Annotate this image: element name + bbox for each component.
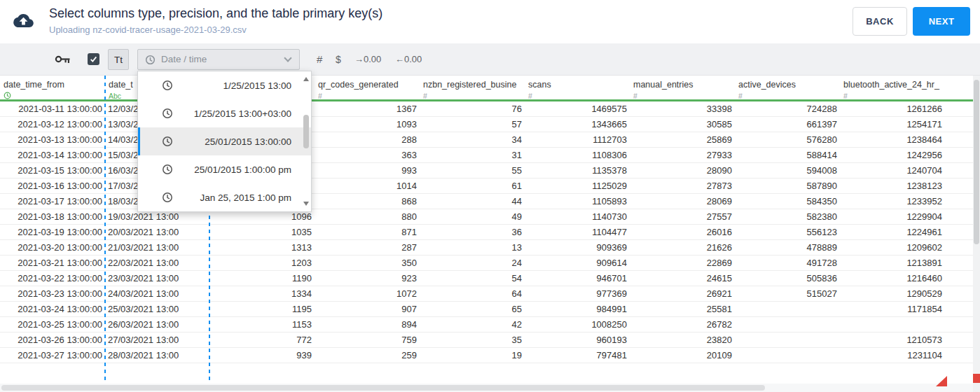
format-menu-list: 1/25/2015 13:00 1/25/2015 13:00+03:00 25… (138, 71, 311, 211)
cell: 24 (420, 255, 525, 270)
cell: 24/03/2021 13:00 (105, 286, 209, 301)
column-name: scans (528, 80, 627, 90)
cell: 287 (315, 240, 420, 255)
vertical-scrollbar-thumb[interactable] (974, 80, 979, 244)
menu-scrollbar[interactable] (302, 73, 310, 210)
column-name: active_devices (738, 80, 837, 90)
cell: 2021-03-25 13:00:00 (0, 317, 105, 332)
column-header[interactable]: qr_codes_generated # (315, 76, 420, 99)
cell: 1343665 (525, 117, 630, 132)
cell: 1190 (209, 271, 315, 286)
cell: 26016 (630, 225, 735, 239)
cell: 27933 (630, 148, 735, 162)
cell: 2021-03-20 13:00:00 (0, 240, 105, 255)
increase-precision-button[interactable]: →0.00 (352, 43, 384, 75)
format-option[interactable]: 1/25/2015 13:00+03:00 (138, 99, 311, 127)
format-option[interactable]: 25/01/2015 1:00:00 pm (138, 155, 311, 183)
back-button[interactable]: BACK (853, 7, 907, 36)
cell: 1238464 (840, 132, 945, 147)
table-row: 2021-03-19 13:00:0020/03/2021 13:0010358… (0, 225, 973, 240)
next-button[interactable]: NEXT (913, 7, 970, 36)
cell: 26/03/2021 13:00 (105, 317, 209, 332)
datetime-format-menu: 1/25/2015 13:00 1/25/2015 13:00+03:00 25… (137, 71, 312, 212)
cell: 960193 (525, 332, 630, 347)
cell: 20/03/2021 13:00 (105, 225, 209, 239)
cell: 27873 (630, 178, 735, 193)
format-option-label: 1/25/2015 13:00 (223, 80, 291, 91)
table-row: 2021-03-26 13:00:0027/03/2021 13:0077275… (0, 332, 973, 348)
cell: 1290529 (840, 286, 945, 301)
cell: 61 (420, 178, 525, 193)
clock-icon (162, 136, 173, 150)
cell: 894 (315, 317, 420, 332)
clock-icon (145, 55, 156, 68)
datetime-type-dropdown[interactable]: Date / time (137, 49, 300, 70)
menu-scrollbar-thumb[interactable] (303, 115, 309, 148)
datetime-type-value: Date / time (161, 50, 207, 69)
format-option[interactable]: Jan 25, 2015 1:00 pm (138, 183, 311, 211)
column-name: date_time_from (4, 80, 102, 90)
cell: 909614 (525, 255, 630, 270)
cell: 871 (315, 225, 420, 239)
cell: 49 (420, 209, 525, 224)
cell: 588414 (735, 148, 840, 162)
table-row: 2021-03-22 13:00:0023/03/2021 13:0011909… (0, 271, 973, 286)
text-type-button[interactable]: Tt (108, 49, 129, 70)
clock-icon (162, 80, 173, 94)
cell: 65 (420, 302, 525, 316)
format-option[interactable]: 1/25/2015 13:00 (138, 71, 311, 99)
scroll-down-arrow-icon[interactable] (303, 202, 309, 206)
column-header[interactable]: date_time_from (0, 76, 105, 99)
column-type-indicator (4, 92, 102, 99)
cell: 1108306 (525, 148, 630, 162)
vertical-scrollbar[interactable] (973, 76, 980, 392)
cell: 2021-03-18 13:00:00 (0, 209, 105, 224)
cell: 587890 (735, 178, 840, 193)
cell: 1231104 (840, 348, 945, 363)
page-title: Select columns type, precision, and the … (49, 6, 382, 21)
include-column-checkbox[interactable] (88, 53, 99, 65)
cell: 2021-03-26 13:00:00 (0, 332, 105, 347)
format-option-label: 25/01/2015 1:00:00 pm (194, 164, 291, 175)
cell: 30585 (630, 117, 735, 132)
column-header[interactable]: bluetooth_active_24_hr_ # (840, 76, 945, 99)
cell: 1093 (315, 117, 420, 132)
cell: 26921 (630, 286, 735, 301)
scroll-error-marker (973, 374, 980, 383)
number-type-button[interactable]: # (314, 43, 325, 75)
column-header[interactable]: scans # (525, 76, 630, 99)
cell: 19 (420, 348, 525, 363)
cell: 505836 (735, 271, 840, 286)
scroll-up-arrow-icon[interactable] (303, 77, 309, 81)
cell: 1209602 (840, 240, 945, 255)
format-option[interactable]: 25/01/2015 13:00:00 (138, 127, 311, 155)
cell: 1171854 (840, 302, 945, 316)
cell: 1254171 (840, 117, 945, 132)
cell: 880 (315, 209, 420, 224)
horizontal-scrollbar-thumb[interactable] (1, 385, 765, 391)
corner-warning-marker (936, 376, 947, 386)
cell (840, 317, 945, 332)
column-header[interactable]: active_devices # (735, 76, 840, 99)
currency-type-button[interactable]: $ (333, 43, 344, 75)
clock-icon (162, 192, 173, 206)
cell: 25581 (630, 302, 735, 316)
cell: 31 (420, 148, 525, 162)
horizontal-scrollbar[interactable] (0, 384, 973, 392)
column-header[interactable]: nzbn_registered_busine # (420, 76, 525, 99)
cell: 1195 (209, 302, 315, 316)
cell: 2021-03-14 13:00:00 (0, 148, 105, 162)
column-name: manual_entries (633, 80, 732, 90)
column-header[interactable]: manual_entries # (630, 76, 735, 99)
cell: 797481 (525, 348, 630, 363)
table-row: 2021-03-25 13:00:0026/03/2021 13:0011538… (0, 317, 973, 332)
cell: 556123 (735, 225, 840, 239)
chevron-down-icon (284, 54, 291, 62)
primary-key-icon[interactable] (55, 54, 70, 67)
cell: 1469575 (525, 102, 630, 116)
decrease-precision-button[interactable]: ←0.00 (392, 43, 425, 75)
cell: 1216460 (840, 271, 945, 286)
cell: 64 (420, 286, 525, 301)
cell: 28090 (630, 163, 735, 178)
cell: 54 (420, 271, 525, 286)
